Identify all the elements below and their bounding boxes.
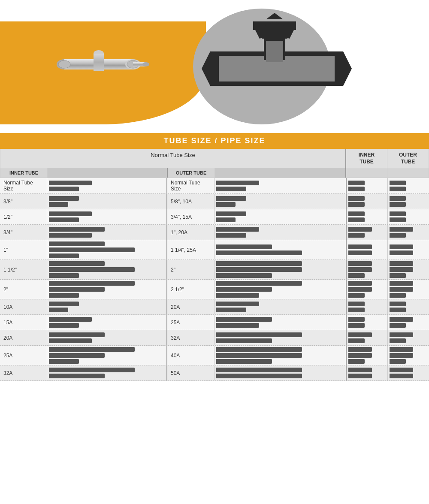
table-row: 10A 20A: [0, 299, 429, 315]
bar: [49, 202, 68, 207]
bar: [49, 187, 79, 191]
bar: [390, 211, 406, 216]
right1-bars: [347, 260, 388, 279]
bar: [49, 241, 105, 246]
table-row: Normal Tube Size Normal Tube Size: [0, 178, 429, 194]
bar: [49, 347, 135, 352]
bar: [348, 181, 365, 185]
outer-label: Normal Tube Size: [167, 178, 214, 193]
outer-bars: [214, 240, 347, 260]
inner-bars: [47, 346, 167, 365]
outer-label: 20A: [167, 299, 214, 314]
bar: [390, 227, 413, 232]
bar: [49, 281, 135, 286]
bar: [348, 359, 365, 364]
bar: [348, 244, 372, 249]
bar: [49, 317, 92, 322]
bar: [49, 181, 92, 185]
bar: [49, 287, 105, 292]
table-row: 3/8" 5/8", 10A: [0, 194, 429, 209]
bar: [216, 181, 259, 185]
sub-inner-label: INNER TUBE: [0, 168, 48, 178]
page-title: TUBE SIZE / PIPE SIZE: [163, 136, 265, 145]
bar: [390, 368, 413, 372]
bar: [49, 374, 105, 378]
bar: [390, 347, 413, 352]
header-normal-tube: Normal Tube Size: [0, 149, 346, 168]
right1-bars: [347, 315, 388, 330]
outer-bars: [214, 365, 347, 380]
product-image: [39, 26, 159, 94]
outer-label: 50A: [167, 365, 214, 380]
bar: [49, 368, 135, 372]
inner-label: 3/4": [0, 225, 47, 240]
svg-marker-16: [202, 51, 210, 86]
bar: [49, 227, 105, 232]
bar: [49, 332, 105, 337]
inner-label: 10A: [0, 299, 47, 314]
bar: [390, 261, 413, 266]
right1-bars: [347, 178, 388, 193]
bar: [49, 293, 79, 298]
inner-bars: [47, 280, 167, 299]
bar: [49, 359, 79, 364]
right1-bars: [347, 346, 388, 365]
inner-label: 1": [0, 240, 47, 260]
bar: [348, 196, 365, 201]
right2-bars: [388, 225, 429, 240]
bar: [390, 332, 413, 337]
data-rows-container: Normal Tube Size Normal Tube Size 3/8": [0, 178, 429, 381]
outer-label: 2": [167, 260, 214, 279]
outer-bars: [214, 225, 347, 240]
bar: [348, 287, 372, 292]
bar: [216, 187, 246, 191]
bar: [216, 338, 272, 343]
bar: [216, 196, 246, 201]
bar: [390, 353, 413, 358]
bar: [49, 211, 92, 216]
inner-label: Normal Tube Size: [0, 178, 47, 193]
bar: [49, 353, 105, 358]
svg-point-5: [58, 60, 70, 68]
inner-bars: [47, 225, 167, 240]
bar: [348, 261, 372, 266]
outer-label: 40A: [167, 346, 214, 365]
bar: [390, 273, 406, 278]
bar: [216, 217, 236, 222]
bar: [216, 317, 272, 322]
right1-bars: [347, 240, 388, 260]
inner-label: 1 1/2": [0, 260, 47, 279]
outer-bars: [214, 299, 347, 314]
inner-bars: [47, 178, 167, 193]
bar: [216, 374, 302, 378]
bar: [216, 233, 246, 238]
sub-inner-bars: [48, 168, 168, 178]
bar: [216, 359, 272, 364]
bar: [49, 267, 135, 272]
main-header-row: Normal Tube Size INNERTUBE OUTERTUBE: [0, 149, 429, 168]
bar: [216, 211, 246, 216]
bar: [216, 323, 259, 328]
bar: [390, 196, 406, 201]
bar: [49, 338, 92, 343]
outer-bars: [214, 260, 347, 279]
bar: [49, 233, 92, 238]
table-row: 1 1/2" 2": [0, 260, 429, 280]
right2-bars: [388, 260, 429, 279]
bar: [216, 281, 302, 286]
inner-label: 20A: [0, 330, 47, 345]
bar: [216, 273, 272, 278]
inner-bars: [47, 299, 167, 314]
outer-label: 3/4", 15A: [167, 209, 214, 224]
inner-bars: [47, 260, 167, 279]
inner-bars: [47, 365, 167, 380]
table-row: 1/2" 3/4", 15A: [0, 209, 429, 225]
bar: [49, 196, 79, 201]
svg-marker-11: [266, 13, 283, 19]
bar: [348, 211, 365, 216]
right1-bars: [347, 299, 388, 314]
outer-label: 5/8", 10A: [167, 194, 214, 209]
bar: [390, 359, 406, 364]
bar: [348, 374, 372, 378]
header-outer-tube: OUTERTUBE: [387, 149, 429, 168]
